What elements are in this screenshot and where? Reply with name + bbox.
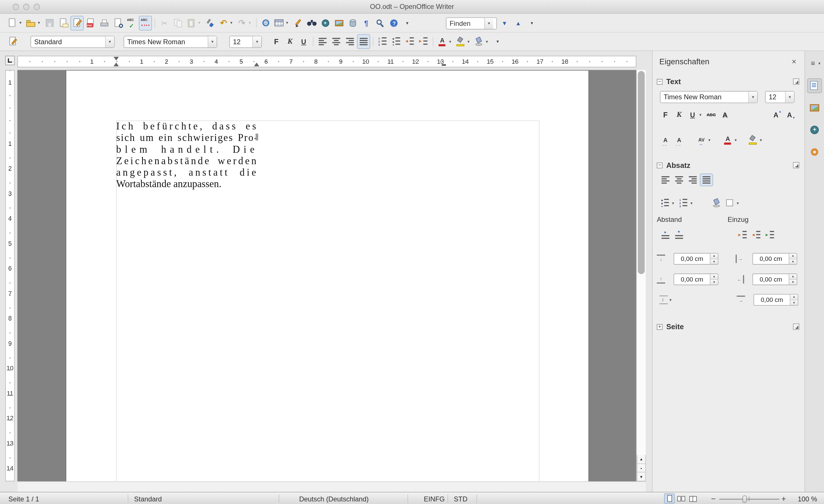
book-view-button[interactable] [687,493,698,503]
underline-icon[interactable]: U▾ [686,108,704,121]
dropdown-arrow-icon[interactable]: ▾ [285,20,290,25]
paragraph-background-icon[interactable]: ▾ [473,34,491,49]
page-number-status[interactable]: Seite 1 / 1 [8,495,39,503]
document-page[interactable]: Ich befürchte, dass essich um ein schwie… [66,70,589,481]
horizontal-ruler[interactable]: 1123456789101112131415161718 [17,56,636,67]
line-spacing-button[interactable]: ▾ [659,295,679,305]
justify-icon[interactable] [700,174,713,186]
dropdown-arrow-icon[interactable]: ▾ [466,39,471,44]
dropdown-arrow-icon[interactable]: ▾ [36,20,41,25]
vertical-scrollbar[interactable] [636,70,646,455]
dropdown-arrow-icon[interactable]: ▾ [447,39,453,44]
paragraph-text[interactable]: Ich befürchte, dass essich um ein schwie… [116,120,258,190]
copy-icon[interactable] [171,15,185,30]
dropdown-arrow-icon[interactable]: ▾ [668,297,673,302]
multi-page-view-button[interactable] [676,493,686,503]
gallery-icon[interactable] [332,15,345,30]
sidebar-font-name-combo[interactable]: Times New Roman ▾ [660,91,758,103]
increase-indent-icon[interactable] [736,229,749,241]
dropdown-arrow-icon[interactable]: ▾ [698,112,703,117]
spinner-buttons[interactable]: ▲▼ [789,274,797,285]
increase-paragraph-spacing-icon[interactable] [659,229,672,241]
dropdown-arrow-icon[interactable]: ▾ [733,137,738,142]
data-sources-icon[interactable] [346,15,359,30]
decrease-indent-icon[interactable] [403,34,417,49]
single-page-view-button[interactable] [664,493,675,503]
find-input[interactable] [446,19,484,27]
section-page-header[interactable]: + Seite [653,320,805,333]
dropdown-arrow-icon[interactable]: ▾ [689,201,694,205]
bullet-list-icon[interactable] [390,34,403,49]
vertical-ruler[interactable]: 1 1234567891011121314 [5,70,15,481]
find-combo[interactable]: ▾ [446,17,497,29]
dropdown-arrow-icon[interactable]: ▾ [785,92,794,102]
dropdown-arrow-icon[interactable]: ▾ [671,201,676,205]
decrease-indent-icon[interactable] [750,229,763,241]
styles-icon[interactable] [6,34,19,49]
italic-icon[interactable]: K [673,108,686,121]
spinner-buttons[interactable]: ▲▼ [710,274,718,285]
minimize-button[interactable] [23,4,29,10]
align-right-icon[interactable] [686,174,700,186]
sidebar-settings-icon[interactable] [807,56,822,71]
draw-functions-icon[interactable] [291,15,304,30]
font-name-combo[interactable]: Times New Roman ▾ [124,35,217,47]
edit-file-icon[interactable] [71,15,84,30]
dropdown-arrow-icon[interactable]: ▾ [229,20,234,25]
dropdown-arrow-icon[interactable]: ▾ [252,36,262,47]
page-style-status[interactable]: Standard [134,495,162,503]
toolbar-more-icon[interactable]: ▾ [401,15,414,30]
navigator-deck-icon[interactable] [807,122,822,137]
paragraph-style-combo[interactable]: Standard ▾ [30,35,114,47]
indent-after-field[interactable]: 0,00 cm ▲▼ [752,274,797,285]
find-replace-icon[interactable] [305,15,318,30]
spinner-buttons[interactable]: ▲▼ [790,295,798,305]
first-line-indent-marker[interactable] [114,57,119,61]
zoom-out-button[interactable]: − [711,494,716,503]
increase-indent-icon[interactable] [417,34,430,49]
tab-stop-marker[interactable] [442,64,446,66]
clone-formatting-icon[interactable] [203,15,217,30]
zoom-slider[interactable] [719,497,779,501]
zoom-level[interactable]: 100 % [786,495,817,503]
align-left-icon[interactable] [316,34,329,49]
expand-icon[interactable]: + [657,324,662,329]
email-document-icon[interactable] [57,15,70,30]
dropdown-arrow-icon[interactable]: ▾ [707,137,712,142]
spellcheck-icon[interactable] [125,15,138,30]
toolbar-more-icon[interactable]: ▾ [491,34,504,49]
dropdown-arrow-icon[interactable]: ▾ [105,36,114,47]
numbered-list-icon[interactable]: ▾ [678,197,695,209]
save-icon[interactable] [43,15,56,30]
hyperlink-icon[interactable] [260,15,273,30]
justify-icon[interactable] [357,34,370,49]
language-status[interactable]: Deutsch (Deutschland) [289,495,379,503]
character-spacing-icon[interactable]: AV▾ [695,134,713,146]
table-icon[interactable]: ▾ [273,15,291,30]
underline-icon[interactable]: U [297,34,310,49]
page-preview-icon[interactable] [112,15,125,30]
font-color-icon[interactable]: A▾ [722,134,739,146]
font-size-combo[interactable]: 12 ▾ [229,35,262,47]
right-indent-marker[interactable] [254,63,259,66]
highlight-icon[interactable]: ▾ [747,134,764,146]
selection-mode-status[interactable]: STD [454,495,468,503]
collapse-icon[interactable]: − [657,162,662,168]
decrease-paragraph-spacing-icon[interactable] [673,229,686,241]
scrollbar-thumb[interactable] [638,71,645,274]
spinner-buttons[interactable]: ▲▼ [789,254,797,264]
hanging-indent-icon[interactable] [763,229,777,241]
redo-icon[interactable]: ↷▾ [235,15,253,30]
spinner-buttons[interactable]: ▲▼ [710,254,718,264]
sidebar-close-icon[interactable]: × [790,57,798,66]
section-paragraph-header[interactable]: − Absatz [653,159,805,172]
navigator-icon[interactable] [319,15,332,30]
sidebar-font-size-combo[interactable]: 12 ▾ [765,91,795,103]
previous-page-button[interactable]: ▲ [637,455,646,464]
collapse-icon[interactable]: − [657,79,662,84]
first-line-indent-field[interactable]: 0,00 cm ▲▼ [753,294,798,306]
align-left-icon[interactable] [659,174,672,186]
nonprinting-characters-icon[interactable]: ¶ [360,15,373,30]
maximize-button[interactable] [33,4,40,10]
zoom-slider-thumb[interactable] [742,495,747,503]
